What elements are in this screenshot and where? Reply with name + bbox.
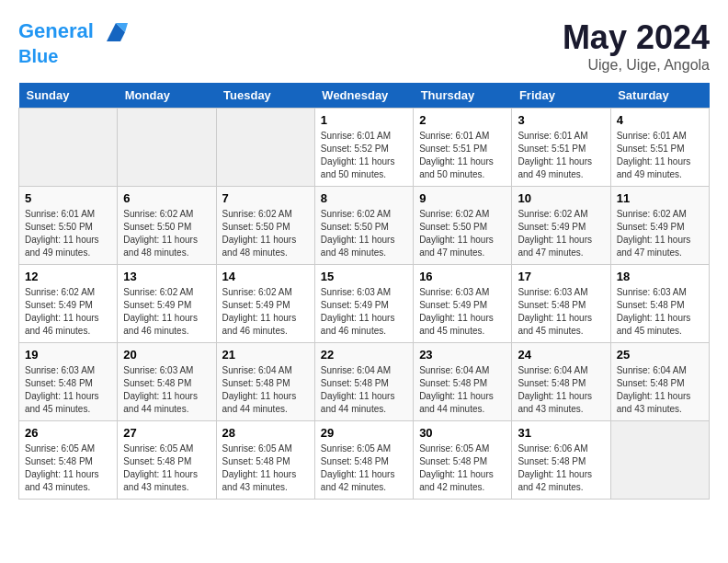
day-info: Sunrise: 6:04 AM Sunset: 5:48 PM Dayligh… [518, 364, 604, 416]
calendar-cell: 27Sunrise: 6:05 AM Sunset: 5:48 PM Dayli… [118, 421, 216, 500]
day-number: 1 [321, 113, 407, 127]
weekday-header-wednesday: Wednesday [314, 83, 413, 109]
day-number: 15 [321, 270, 407, 283]
calendar-cell: 31Sunrise: 6:06 AM Sunset: 5:48 PM Dayli… [512, 421, 610, 500]
day-info: Sunrise: 6:04 AM Sunset: 5:48 PM Dayligh… [321, 364, 407, 416]
calendar-table: SundayMondayTuesdayWednesdayThursdayFrid… [18, 83, 710, 500]
calendar-cell: 10Sunrise: 6:02 AM Sunset: 5:49 PM Dayli… [512, 187, 610, 265]
calendar-cell: 16Sunrise: 6:03 AM Sunset: 5:49 PM Dayli… [414, 265, 512, 343]
calendar-week-5: 26Sunrise: 6:05 AM Sunset: 5:48 PM Dayli… [19, 421, 710, 500]
day-info: Sunrise: 6:05 AM Sunset: 5:48 PM Dayligh… [419, 442, 506, 494]
location-title: Uige, Uige, Angola [563, 57, 710, 74]
calendar-week-3: 12Sunrise: 6:02 AM Sunset: 5:49 PM Dayli… [19, 265, 710, 343]
day-number: 21 [222, 348, 309, 362]
weekday-header-saturday: Saturday [610, 83, 709, 109]
title-block: May 2024 Uige, Uige, Angola [563, 18, 710, 74]
day-number: 11 [617, 191, 703, 205]
calendar-cell: 1Sunrise: 6:01 AM Sunset: 5:52 PM Daylig… [314, 109, 413, 187]
day-number: 30 [419, 426, 506, 440]
day-number: 14 [222, 270, 309, 283]
day-number: 27 [123, 426, 210, 440]
calendar-cell: 20Sunrise: 6:03 AM Sunset: 5:48 PM Dayli… [118, 343, 216, 421]
day-info: Sunrise: 6:05 AM Sunset: 5:48 PM Dayligh… [222, 442, 309, 494]
day-info: Sunrise: 6:03 AM Sunset: 5:48 PM Dayligh… [25, 364, 111, 416]
logo-text: General [18, 18, 130, 46]
day-info: Sunrise: 6:02 AM Sunset: 5:49 PM Dayligh… [123, 286, 210, 338]
day-info: Sunrise: 6:01 AM Sunset: 5:51 PM Dayligh… [617, 130, 703, 181]
day-number: 8 [321, 191, 407, 205]
day-number: 17 [518, 270, 604, 283]
calendar-cell: 17Sunrise: 6:03 AM Sunset: 5:48 PM Dayli… [512, 265, 610, 343]
day-number: 31 [518, 426, 604, 440]
weekday-header-row: SundayMondayTuesdayWednesdayThursdayFrid… [19, 83, 710, 109]
day-number: 10 [518, 191, 604, 205]
calendar-cell: 5Sunrise: 6:01 AM Sunset: 5:50 PM Daylig… [19, 187, 118, 265]
day-info: Sunrise: 6:02 AM Sunset: 5:50 PM Dayligh… [419, 208, 506, 259]
day-info: Sunrise: 6:02 AM Sunset: 5:49 PM Dayligh… [25, 286, 111, 338]
day-number: 28 [222, 426, 309, 440]
day-info: Sunrise: 6:03 AM Sunset: 5:48 PM Dayligh… [123, 364, 210, 416]
calendar-week-1: 1Sunrise: 6:01 AM Sunset: 5:52 PM Daylig… [19, 109, 710, 187]
day-number: 18 [617, 270, 703, 283]
day-number: 20 [123, 348, 210, 362]
calendar-cell: 30Sunrise: 6:05 AM Sunset: 5:48 PM Dayli… [414, 421, 512, 500]
page-header: General Blue May 2024 Uige, Uige, Angola [18, 18, 710, 74]
day-info: Sunrise: 6:03 AM Sunset: 5:48 PM Dayligh… [518, 286, 604, 338]
weekday-header-monday: Monday [118, 83, 216, 109]
day-info: Sunrise: 6:05 AM Sunset: 5:48 PM Dayligh… [25, 442, 111, 494]
day-info: Sunrise: 6:01 AM Sunset: 5:51 PM Dayligh… [518, 130, 604, 181]
weekday-header-sunday: Sunday [19, 83, 118, 109]
day-info: Sunrise: 6:01 AM Sunset: 5:52 PM Dayligh… [321, 130, 407, 181]
day-number: 23 [419, 348, 506, 362]
calendar-cell: 13Sunrise: 6:02 AM Sunset: 5:49 PM Dayli… [118, 265, 216, 343]
logo: General Blue [18, 18, 130, 66]
day-number: 4 [617, 113, 703, 127]
calendar-cell: 24Sunrise: 6:04 AM Sunset: 5:48 PM Dayli… [512, 343, 610, 421]
weekday-header-friday: Friday [512, 83, 610, 109]
calendar-cell: 29Sunrise: 6:05 AM Sunset: 5:48 PM Dayli… [314, 421, 413, 500]
day-number: 13 [123, 270, 210, 283]
day-info: Sunrise: 6:01 AM Sunset: 5:51 PM Dayligh… [419, 130, 506, 181]
day-number: 26 [25, 426, 111, 440]
day-info: Sunrise: 6:03 AM Sunset: 5:49 PM Dayligh… [419, 286, 506, 338]
day-info: Sunrise: 6:04 AM Sunset: 5:48 PM Dayligh… [222, 364, 309, 416]
day-info: Sunrise: 6:02 AM Sunset: 5:50 PM Dayligh… [123, 208, 210, 259]
calendar-cell: 18Sunrise: 6:03 AM Sunset: 5:48 PM Dayli… [610, 265, 709, 343]
day-info: Sunrise: 6:02 AM Sunset: 5:49 PM Dayligh… [518, 208, 604, 259]
day-info: Sunrise: 6:03 AM Sunset: 5:48 PM Dayligh… [617, 286, 703, 338]
day-number: 19 [25, 348, 111, 362]
logo-icon [102, 18, 130, 46]
calendar-body: 1Sunrise: 6:01 AM Sunset: 5:52 PM Daylig… [19, 109, 710, 500]
calendar-cell [610, 421, 709, 500]
day-info: Sunrise: 6:05 AM Sunset: 5:48 PM Dayligh… [123, 442, 210, 494]
calendar-cell: 3Sunrise: 6:01 AM Sunset: 5:51 PM Daylig… [512, 109, 610, 187]
day-info: Sunrise: 6:06 AM Sunset: 5:48 PM Dayligh… [518, 442, 604, 494]
calendar-cell: 11Sunrise: 6:02 AM Sunset: 5:49 PM Dayli… [610, 187, 709, 265]
day-number: 25 [617, 348, 703, 362]
day-number: 6 [123, 191, 210, 205]
calendar-cell: 12Sunrise: 6:02 AM Sunset: 5:49 PM Dayli… [19, 265, 118, 343]
day-info: Sunrise: 6:01 AM Sunset: 5:50 PM Dayligh… [25, 208, 111, 259]
calendar-cell: 22Sunrise: 6:04 AM Sunset: 5:48 PM Dayli… [314, 343, 413, 421]
calendar-cell: 9Sunrise: 6:02 AM Sunset: 5:50 PM Daylig… [414, 187, 512, 265]
day-info: Sunrise: 6:02 AM Sunset: 5:49 PM Dayligh… [617, 208, 703, 259]
day-info: Sunrise: 6:02 AM Sunset: 5:50 PM Dayligh… [321, 208, 407, 259]
day-number: 5 [25, 191, 111, 205]
day-number: 2 [419, 113, 506, 127]
calendar-cell: 6Sunrise: 6:02 AM Sunset: 5:50 PM Daylig… [118, 187, 216, 265]
calendar-cell: 4Sunrise: 6:01 AM Sunset: 5:51 PM Daylig… [610, 109, 709, 187]
calendar-cell: 8Sunrise: 6:02 AM Sunset: 5:50 PM Daylig… [314, 187, 413, 265]
calendar-cell: 21Sunrise: 6:04 AM Sunset: 5:48 PM Dayli… [216, 343, 314, 421]
calendar-cell [118, 109, 216, 187]
day-info: Sunrise: 6:03 AM Sunset: 5:49 PM Dayligh… [321, 286, 407, 338]
month-title: May 2024 [563, 18, 710, 57]
calendar-cell: 28Sunrise: 6:05 AM Sunset: 5:48 PM Dayli… [216, 421, 314, 500]
day-number: 29 [321, 426, 407, 440]
day-number: 7 [222, 191, 309, 205]
day-info: Sunrise: 6:02 AM Sunset: 5:50 PM Dayligh… [222, 208, 309, 259]
calendar-cell: 25Sunrise: 6:04 AM Sunset: 5:48 PM Dayli… [610, 343, 709, 421]
calendar-week-2: 5Sunrise: 6:01 AM Sunset: 5:50 PM Daylig… [19, 187, 710, 265]
calendar-cell: 14Sunrise: 6:02 AM Sunset: 5:49 PM Dayli… [216, 265, 314, 343]
day-number: 24 [518, 348, 604, 362]
calendar-cell: 23Sunrise: 6:04 AM Sunset: 5:48 PM Dayli… [414, 343, 512, 421]
